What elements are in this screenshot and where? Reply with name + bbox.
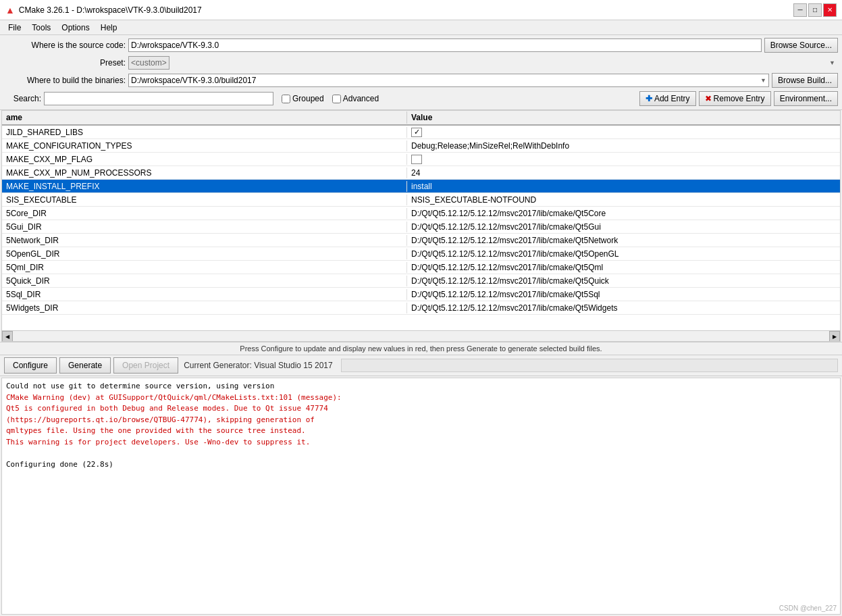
- table-row[interactable]: 5Network_DIRD:/Qt/Qt5.12.12/5.12.12/msvc…: [2, 234, 840, 247]
- search-input[interactable]: [44, 92, 273, 105]
- cell-name: 5Sql_DIR: [2, 289, 407, 300]
- preset-select[interactable]: <custom>: [128, 56, 169, 70]
- table-row[interactable]: 5Gui_DIRD:/Qt/Qt5.12.12/5.12.12/msvc2017…: [2, 220, 840, 234]
- advanced-checkbox-label[interactable]: Advanced: [332, 94, 379, 103]
- environment-button[interactable]: Environment...: [774, 91, 838, 106]
- cell-name: MAKE_CXX_MP_NUM_PROCESSORS: [2, 168, 407, 178]
- table-row[interactable]: MAKE_INSTALL_PREFIXinstall: [2, 180, 840, 193]
- cell-value: NSIS_EXECUTABLE-NOTFOUND: [407, 195, 840, 205]
- title-bar: ▲ CMake 3.26.1 - D:\wrokspace\VTK-9.3.0\…: [0, 0, 842, 20]
- cell-checkbox[interactable]: [411, 155, 422, 164]
- cell-name: 5Quick_DIR: [2, 276, 407, 286]
- cell-value: D:/Qt/Qt5.12.12/5.12.12/msvc2017/lib/cma…: [407, 262, 840, 273]
- table-row[interactable]: MAKE_CONFIGURATION_TYPESDebug;Release;Mi…: [2, 139, 840, 153]
- cell-name: SIS_EXECUTABLE: [2, 195, 407, 205]
- horizontal-scrollbar[interactable]: ◀ ▶: [2, 330, 840, 341]
- cell-checkbox[interactable]: [411, 128, 422, 137]
- col-name-header: ame: [2, 111, 407, 124]
- grouped-checkbox-label[interactable]: Grouped: [282, 94, 324, 103]
- source-label: Where is the source code:: [4, 41, 126, 50]
- cell-name: 5Network_DIR: [2, 235, 407, 246]
- progress-area: [341, 359, 838, 372]
- grouped-label: Grouped: [292, 94, 324, 103]
- cell-value: [407, 154, 840, 165]
- menu-tools[interactable]: Tools: [26, 22, 56, 34]
- preset-row: Preset: <custom>: [4, 55, 838, 70]
- remove-entry-button[interactable]: ✖ Remove Entry: [699, 91, 771, 106]
- build-row: Where to build the binaries: D:/wrokspac…: [4, 73, 838, 88]
- generator-text: Current Generator: Visual Studio 15 2017: [184, 361, 333, 370]
- status-bar: Press Configure to update and display ne…: [0, 342, 842, 355]
- cell-name: 5Gui_DIR: [2, 222, 407, 232]
- preset-label: Preset:: [4, 58, 126, 68]
- scroll-right-btn[interactable]: ▶: [829, 331, 840, 342]
- add-entry-label: Add Entry: [654, 94, 690, 103]
- table-row[interactable]: 5Widgets_DIRD:/Qt/Qt5.12.12/5.12.12/msvc…: [2, 301, 840, 315]
- cell-value: Debug;Release;MinSizeRel;RelWithDebInfo: [407, 140, 840, 151]
- cell-value: D:/Qt/Qt5.12.12/5.12.12/msvc2017/lib/cma…: [407, 235, 840, 246]
- close-button[interactable]: ✕: [823, 3, 837, 17]
- cell-name: MAKE_INSTALL_PREFIX: [2, 181, 407, 192]
- table-row[interactable]: MAKE_CXX_MP_NUM_PROCESSORS24: [2, 166, 840, 180]
- browse-build-button[interactable]: Browse Build...: [772, 73, 838, 88]
- watermark: CSDN @chen_227: [779, 605, 837, 612]
- output-line: Could not use git to determine source ve…: [6, 381, 836, 392]
- scroll-left-btn[interactable]: ◀: [2, 331, 13, 342]
- add-icon: ✚: [646, 94, 652, 103]
- content-area: ame Value JILD_SHARED_LIBSMAKE_CONFIGURA…: [0, 110, 842, 616]
- table-row[interactable]: 5Quick_DIRD:/Qt/Qt5.12.12/5.12.12/msvc20…: [2, 274, 840, 288]
- cell-value: D:/Qt/Qt5.12.12/5.12.12/msvc2017/lib/cma…: [407, 208, 840, 219]
- menu-options[interactable]: Options: [56, 22, 95, 34]
- scroll-track: [13, 331, 829, 341]
- menu-help[interactable]: Help: [95, 22, 123, 34]
- cell-value: [407, 127, 840, 138]
- menu-file[interactable]: File: [3, 22, 26, 34]
- table-row[interactable]: 5Core_DIRD:/Qt/Qt5.12.12/5.12.12/msvc201…: [2, 207, 840, 220]
- table-row[interactable]: MAKE_CXX_MP_FLAG: [2, 153, 840, 166]
- preset-select-wrapper: <custom>: [128, 56, 838, 70]
- build-select-wrapper: D:/wrokspace/VTK-9.3.0/build2017: [128, 74, 769, 87]
- table-row[interactable]: JILD_SHARED_LIBS: [2, 126, 840, 139]
- table-row[interactable]: 5OpenGL_DIRD:/Qt/Qt5.12.12/5.12.12/msvc2…: [2, 247, 840, 261]
- table-body: JILD_SHARED_LIBSMAKE_CONFIGURATION_TYPES…: [2, 126, 840, 330]
- output-line: qmltypes file. Using the one provided wi…: [6, 426, 836, 437]
- generate-button[interactable]: Generate: [59, 357, 111, 374]
- table-row[interactable]: SIS_EXECUTABLENSIS_EXECUTABLE-NOTFOUND: [2, 193, 840, 207]
- cell-name: 5Qml_DIR: [2, 262, 407, 273]
- open-project-button[interactable]: Open Project: [113, 357, 178, 374]
- checkbox-group: Grouped Advanced: [282, 94, 379, 103]
- cell-name: 5Core_DIR: [2, 208, 407, 219]
- cell-value: D:/Qt/Qt5.12.12/5.12.12/msvc2017/lib/cma…: [407, 249, 840, 259]
- cell-value: D:/Qt/Qt5.12.12/5.12.12/msvc2017/lib/cma…: [407, 276, 840, 286]
- minimize-button[interactable]: ─: [793, 3, 807, 17]
- source-input[interactable]: [128, 38, 762, 52]
- window-title: CMake 3.26.1 - D:\wrokspace\VTK-9.3.0\bu…: [19, 5, 202, 15]
- main-layout: Where is the source code: Browse Source.…: [0, 35, 842, 616]
- search-row: Search: Grouped Advanced ✚ Add Entry: [4, 91, 838, 107]
- output-line: (https://bugreports.qt.io/browse/QTBUG-4…: [6, 415, 836, 426]
- table-row[interactable]: 5Qml_DIRD:/Qt/Qt5.12.12/5.12.12/msvc2017…: [2, 261, 840, 274]
- remove-icon: ✖: [705, 94, 712, 103]
- configure-button[interactable]: Configure: [4, 357, 57, 374]
- table-row[interactable]: 5Sql_DIRD:/Qt/Qt5.12.12/5.12.12/msvc2017…: [2, 288, 840, 301]
- title-bar-left: ▲ CMake 3.26.1 - D:\wrokspace\VTK-9.3.0\…: [5, 5, 202, 16]
- browse-source-button[interactable]: Browse Source...: [764, 38, 838, 53]
- build-label: Where to build the binaries:: [4, 76, 126, 85]
- add-entry-button[interactable]: ✚ Add Entry: [639, 91, 696, 106]
- output-line: CMake Warning (dev) at GUISupport/QtQuic…: [6, 392, 836, 404]
- cell-value: install: [407, 181, 840, 192]
- cell-name: JILD_SHARED_LIBS: [2, 127, 407, 138]
- toolbar-buttons: ✚ Add Entry ✖ Remove Entry Environment..…: [639, 91, 838, 106]
- grouped-checkbox[interactable]: [282, 95, 290, 103]
- search-label: Search:: [4, 94, 41, 103]
- cell-value: D:/Qt/Qt5.12.12/5.12.12/msvc2017/lib/cma…: [407, 303, 840, 313]
- table-container: ame Value JILD_SHARED_LIBSMAKE_CONFIGURA…: [1, 110, 841, 342]
- build-input[interactable]: D:/wrokspace/VTK-9.3.0/build2017: [128, 74, 769, 87]
- advanced-checkbox[interactable]: [332, 95, 341, 103]
- table-header: ame Value: [2, 111, 840, 126]
- maximize-button[interactable]: □: [808, 3, 822, 17]
- cell-name: MAKE_CONFIGURATION_TYPES: [2, 140, 407, 151]
- output-line: This warning is for project developers. …: [6, 437, 836, 448]
- cmake-logo-icon: ▲: [5, 5, 15, 16]
- output-line: Qt5 is configured in both Debug and Rele…: [6, 403, 836, 415]
